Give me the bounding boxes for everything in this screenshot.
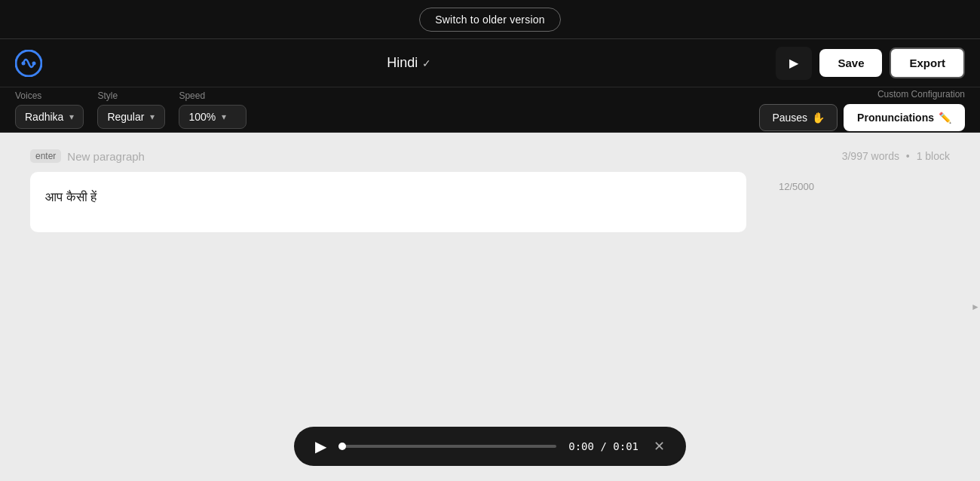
word-count-display: 3/997 words • 1 block [842, 150, 950, 162]
progress-bar-container [338, 445, 556, 448]
logo-icon [15, 50, 42, 77]
current-time: 0:00 [568, 440, 594, 452]
style-group: Style Regular ▾ [97, 90, 165, 129]
new-paragraph-hint: enter New paragraph [30, 149, 145, 163]
language-selector-area: Hindi ✓ [42, 55, 776, 71]
voices-group: Voices Radhika ▾ [15, 90, 84, 129]
text-block-wrapper: आप कैसी हें 12/5000 [30, 172, 754, 232]
style-label: Style [97, 90, 165, 101]
play-icon: ▶ [789, 56, 798, 70]
config-buttons: Pauses ✋ Pronunciations ✏️ [759, 104, 965, 131]
pauses-button[interactable]: Pauses ✋ [759, 104, 838, 131]
pause-icon: ✋ [812, 112, 825, 124]
time-display: 0:00 / 0:01 [568, 440, 639, 452]
player-play-icon: ▶ [315, 438, 326, 455]
speed-dropdown[interactable]: 100% ▾ [179, 105, 247, 129]
voices-dropdown[interactable]: Radhika ▾ [15, 105, 84, 129]
speed-chevron-icon: ▾ [222, 112, 226, 122]
export-button[interactable]: Export [890, 47, 965, 78]
pauses-label: Pauses [772, 112, 807, 124]
play-preview-button[interactable]: ▶ [776, 47, 812, 80]
speed-group: Speed 100% ▾ [179, 90, 247, 129]
separator: • [906, 150, 910, 162]
svg-point-1 [22, 61, 26, 65]
switch-version-button[interactable]: Switch to older version [419, 8, 560, 32]
controls-bar: Voices Radhika ▾ Style Regular ▾ Speed 1… [0, 87, 980, 133]
custom-config-section: Custom Configuration Pauses ✋ Pronunciat… [759, 89, 965, 131]
custom-config-label: Custom Configuration [877, 89, 965, 100]
block-count-text: 1 block [917, 150, 950, 162]
language-chevron-icon: ✓ [422, 57, 431, 69]
word-count-text: 3/997 words [842, 150, 899, 162]
progress-track[interactable] [338, 445, 556, 448]
pronunciations-label: Pronunciations [857, 112, 934, 124]
style-dropdown[interactable]: Regular ▾ [97, 105, 165, 129]
enter-badge: enter [30, 149, 61, 163]
paragraph-hint-row: enter New paragraph 3/997 words • 1 bloc… [30, 149, 950, 163]
language-label: Hindi [387, 55, 418, 71]
language-dropdown[interactable]: Hindi ✓ [387, 55, 431, 71]
top-banner: Switch to older version [0, 0, 980, 39]
svg-point-2 [32, 61, 36, 65]
style-chevron-icon: ▾ [150, 112, 155, 122]
text-block-content: आप कैसी हें [45, 187, 731, 207]
save-button[interactable]: Save [819, 49, 882, 77]
voices-value: Radhika [25, 111, 63, 123]
close-icon: ✕ [654, 439, 665, 454]
sidebar-arrow-icon: ► [971, 302, 980, 312]
total-time: 0:01 [613, 440, 639, 452]
time-separator: / [600, 440, 613, 452]
audio-player: ▶ 0:00 / 0:01 ✕ [294, 427, 686, 466]
player-play-button[interactable]: ▶ [315, 437, 326, 455]
new-paragraph-placeholder: New paragraph [67, 150, 145, 163]
speed-label: Speed [179, 90, 247, 101]
header-actions: ▶ Save Export [776, 47, 965, 80]
char-count-display: 12/5000 [779, 181, 814, 192]
header-bar: Hindi ✓ ▶ Save Export [0, 39, 980, 87]
close-player-button[interactable]: ✕ [654, 438, 665, 455]
voices-chevron-icon: ▾ [69, 112, 74, 122]
pronunciations-button[interactable]: Pronunciations ✏️ [844, 104, 965, 131]
speed-value: 100% [188, 111, 216, 123]
progress-dot [338, 443, 346, 450]
voices-label: Voices [15, 90, 84, 101]
pronunciation-icon: ✏️ [939, 112, 951, 124]
text-block[interactable]: आप कैसी हें [30, 172, 746, 232]
style-value: Regular [107, 111, 144, 123]
